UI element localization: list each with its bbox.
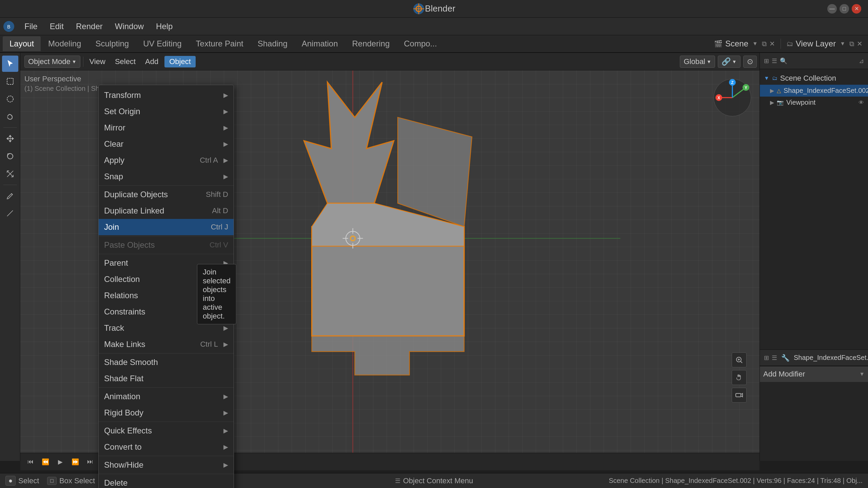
properties-object-name: Shape_IndexedFaceSet.002 bbox=[794, 354, 868, 362]
props-icon-1: ⊞ bbox=[764, 354, 769, 362]
svg-rect-37 bbox=[736, 393, 741, 397]
tab-rendering[interactable]: Rendering bbox=[345, 36, 396, 51]
svg-text:Y: Y bbox=[745, 85, 747, 90]
menu-item-delete[interactable]: Delete bbox=[99, 475, 234, 488]
mesh-info-text: Scene Collection | Shape_IndexedFaceSet.… bbox=[609, 477, 863, 485]
menu-item-clear[interactable]: Clear ▶ bbox=[99, 136, 234, 152]
global-dropdown[interactable]: Global ▼ bbox=[680, 56, 715, 68]
scene-label: Scene bbox=[725, 39, 748, 48]
snap-dropdown[interactable]: 🔗 ▼ bbox=[718, 56, 741, 68]
circle-select-button[interactable] bbox=[2, 91, 18, 107]
rigid-body-label: Rigid Body bbox=[104, 408, 143, 418]
outliner-scene-collection[interactable]: ▼ 🗂 Scene Collection bbox=[760, 72, 868, 85]
tab-animation[interactable]: Animation bbox=[295, 36, 345, 51]
svg-marker-15 bbox=[398, 117, 472, 227]
viewport-axes[interactable]: Y X Z bbox=[712, 77, 753, 118]
tab-shading[interactable]: Shading bbox=[251, 36, 294, 51]
object-mode-label: Object Mode bbox=[28, 57, 71, 66]
join-tooltip: Join selected objects into active object… bbox=[197, 264, 236, 324]
menu-item-set-origin[interactable]: Set Origin ▶ bbox=[99, 103, 234, 120]
relations-label: Relations bbox=[104, 291, 138, 300]
menu-section-delete: Delete Delete Global bbox=[99, 474, 234, 488]
tab-uv-editing[interactable]: UV Editing bbox=[136, 36, 188, 51]
menu-item-animation[interactable]: Animation ▶ bbox=[99, 388, 234, 405]
tab-compositing[interactable]: Compo... bbox=[397, 36, 443, 51]
camera-view-btn[interactable] bbox=[732, 388, 747, 403]
add-modifier-button[interactable]: Add Modifier ▼ bbox=[760, 366, 868, 382]
menu-item-paste[interactable]: Paste Objects Ctrl V bbox=[99, 237, 234, 253]
animation-arrow-icon: ▶ bbox=[223, 393, 228, 400]
menu-help[interactable]: Help bbox=[151, 20, 178, 33]
viewpoint-fold-icon: ▶ bbox=[770, 99, 774, 106]
minimize-button[interactable]: — bbox=[827, 4, 837, 14]
menu-section-shading: Shade Smooth Shade Flat bbox=[99, 353, 234, 388]
menu-item-convert-to[interactable]: Convert to ▶ bbox=[99, 439, 234, 455]
add-menu-btn[interactable]: Add bbox=[142, 56, 162, 67]
object-mode-dropdown[interactable]: Object Mode ▼ bbox=[24, 56, 80, 68]
quick-effects-arrow-icon: ▶ bbox=[223, 427, 228, 434]
proportional-btn[interactable]: ⊙ bbox=[743, 56, 757, 68]
menu-item-rigid-body[interactable]: Rigid Body ▶ bbox=[99, 405, 234, 421]
annotate-tool-button[interactable] bbox=[2, 188, 18, 204]
close-scene-icon: ✕ bbox=[769, 40, 775, 48]
menu-item-shade-smooth[interactable]: Shade Smooth bbox=[99, 354, 234, 370]
menu-item-shade-flat[interactable]: Shade Flat bbox=[99, 370, 234, 387]
tab-sculpting[interactable]: Sculpting bbox=[88, 36, 136, 51]
tab-layout[interactable]: Layout bbox=[3, 36, 41, 51]
lasso-icon bbox=[6, 113, 14, 121]
menu-item-duplicate-linked[interactable]: Duplicate Linked Alt D bbox=[99, 203, 234, 219]
menu-file[interactable]: File bbox=[19, 20, 43, 33]
scale-tool-button[interactable] bbox=[2, 166, 18, 182]
menu-edit[interactable]: Edit bbox=[44, 20, 69, 33]
tab-texture-paint[interactable]: Texture Paint bbox=[189, 36, 250, 51]
menu-item-snap[interactable]: Snap ▶ bbox=[99, 168, 234, 185]
menu-item-quick-effects[interactable]: Quick Effects ▶ bbox=[99, 423, 234, 439]
lasso-select-button[interactable] bbox=[2, 108, 18, 125]
tab-modeling[interactable]: Modeling bbox=[41, 36, 88, 51]
maximize-button[interactable]: □ bbox=[840, 4, 849, 14]
rotate-tool-button[interactable] bbox=[2, 148, 18, 164]
prev-frame-btn[interactable]: ⏪ bbox=[39, 456, 52, 468]
move-tool-button[interactable] bbox=[2, 130, 18, 147]
pan-btn[interactable] bbox=[732, 370, 747, 385]
box-select-button[interactable] bbox=[2, 73, 18, 89]
object-menu-btn[interactable]: Object bbox=[164, 56, 196, 67]
svg-point-7 bbox=[7, 96, 13, 102]
close-button[interactable]: ✕ bbox=[852, 4, 861, 14]
scene-icon: 🎬 bbox=[714, 40, 723, 48]
scene-viewlayer-section: 🎬 Scene ▼ ⧉ ✕ 🗂 View Layer ▼ ⧉ ✕ bbox=[714, 39, 868, 49]
menu-item-transform[interactable]: Transform ▶ bbox=[99, 87, 234, 103]
menu-item-show-hide[interactable]: Show/Hide ▶ bbox=[99, 457, 234, 473]
proportional-icon: ⊙ bbox=[747, 57, 753, 66]
select-menu-btn[interactable]: Select bbox=[112, 56, 139, 67]
outliner-shape-item[interactable]: ▶ △ Shape_IndexedFaceSet.002 ⊿ 👁 bbox=[760, 85, 868, 97]
measure-tool-button[interactable] bbox=[2, 205, 18, 222]
play-btn[interactable]: ▶ bbox=[54, 456, 66, 468]
outliner-viewpoint-item[interactable]: ▶ 📷 Viewpoint 👁 bbox=[760, 97, 868, 108]
wrench-icon: 🔧 bbox=[781, 354, 790, 362]
select-tool-button[interactable] bbox=[2, 56, 18, 72]
jump-start-btn[interactable]: ⏮ bbox=[24, 456, 37, 468]
jump-end-btn[interactable]: ⏭ bbox=[84, 456, 96, 468]
outliner-body: ▼ 🗂 Scene Collection ▶ △ Shape_IndexedFa… bbox=[760, 69, 868, 349]
view-menu-btn[interactable]: View bbox=[86, 56, 109, 67]
menu-item-apply[interactable]: Apply Ctrl A ▶ bbox=[99, 152, 234, 168]
snap-icon: 🔗 bbox=[722, 57, 731, 66]
menu-window[interactable]: Window bbox=[110, 20, 149, 33]
menu-render[interactable]: Render bbox=[71, 20, 108, 33]
clear-arrow-icon: ▶ bbox=[223, 140, 228, 148]
cursor-icon bbox=[6, 60, 14, 68]
window-controls[interactable]: — □ ✕ bbox=[827, 4, 861, 14]
menu-item-join[interactable]: Join Ctrl J bbox=[99, 219, 234, 235]
menu-item-duplicate-objects[interactable]: Duplicate Objects Shift D bbox=[99, 186, 234, 203]
global-arrow-icon: ▼ bbox=[707, 59, 711, 64]
menu-item-mirror[interactable]: Mirror ▶ bbox=[99, 120, 234, 136]
svg-text:X: X bbox=[717, 96, 720, 100]
box-select-hint-text: Box Select bbox=[59, 476, 95, 485]
next-frame-btn[interactable]: ⏩ bbox=[69, 456, 81, 468]
scene-collection-icon: 🗂 bbox=[772, 75, 777, 81]
zoom-in-btn[interactable] bbox=[732, 352, 747, 367]
menu-item-make-links[interactable]: Make Links Ctrl L ▶ bbox=[99, 336, 234, 352]
left-toolbar bbox=[0, 53, 20, 461]
paste-label: Paste Objects bbox=[104, 240, 155, 250]
